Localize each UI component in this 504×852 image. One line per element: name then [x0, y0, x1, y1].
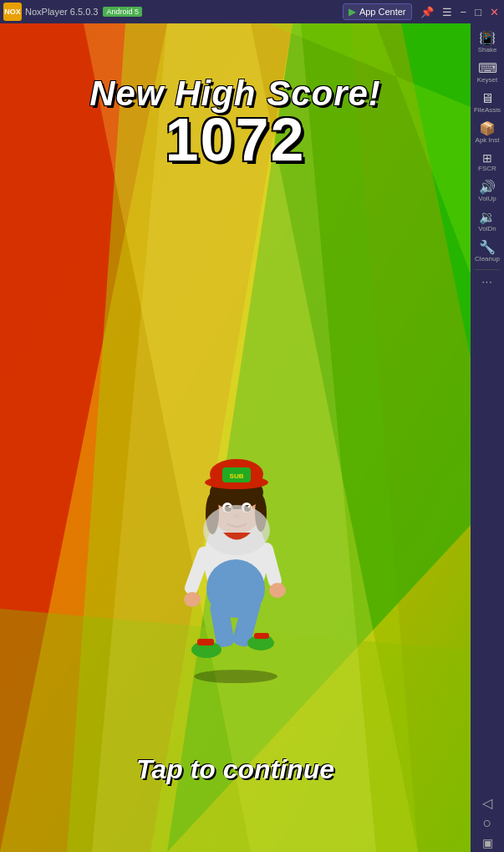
svg-rect-20 [254, 633, 269, 639]
voldn-button[interactable]: 🔉 VolDn [471, 207, 503, 236]
svg-rect-16 [197, 639, 214, 645]
voldn-label: VolDn [478, 225, 496, 232]
fscr-button[interactable]: ⊞ FSCR [471, 149, 503, 176]
app-center-label: App Center [359, 7, 406, 17]
fileassist-icon: 🖥 [481, 92, 494, 105]
titlebar: NOX NoxPlayer 6.5.0.3 Android 5 ▶ App Ce… [0, 0, 504, 23]
voldn-icon: 🔉 [479, 211, 496, 224]
game-character: SUB [160, 384, 311, 685]
apkinst-label: Apk Inst [476, 136, 500, 144]
volup-icon: 🔊 [479, 181, 496, 194]
svg-point-22 [184, 592, 201, 607]
apkinst-button[interactable]: 📦 Apk Inst [471, 119, 503, 147]
keyset-label: Keyset [477, 76, 497, 84]
app-name: NoxPlayer 6.5.0.3 [25, 7, 98, 17]
cleanup-label: Cleanup [475, 255, 500, 263]
close-button[interactable]: ✕ [488, 6, 501, 18]
tap-continue-area[interactable]: Tap to continue [0, 754, 471, 785]
keyset-button[interactable]: ⌨ Keyset [471, 59, 503, 87]
menu-button[interactable]: ☰ [440, 6, 454, 18]
recents-button[interactable]: ▣ [476, 834, 499, 852]
svg-point-41 [203, 505, 270, 555]
window-controls: 📌 ☰ − □ ✕ [419, 6, 501, 18]
svg-point-10 [194, 670, 277, 683]
game-area[interactable]: New High Score! 1072 [0, 23, 471, 852]
shake-button[interactable]: 📳 Shake [471, 28, 503, 57]
cleanup-icon: 🔧 [479, 241, 496, 254]
fscr-label: FSCR [478, 165, 496, 172]
fileassist-button[interactable]: 🖥 FileAssis [471, 89, 503, 117]
home-icon: ○ [483, 814, 492, 832]
score-area: New High Score! 1072 [0, 74, 471, 170]
more-button[interactable]: ··· [471, 273, 503, 290]
sidebar-divider [475, 269, 500, 270]
apkinst-icon: 📦 [479, 122, 496, 135]
more-icon: ··· [481, 277, 492, 287]
home-button[interactable]: ○ [476, 814, 499, 832]
tap-continue-text: Tap to continue [0, 754, 471, 785]
cleanup-button[interactable]: 🔧 Cleanup [471, 237, 503, 266]
svg-point-24 [269, 583, 286, 598]
nox-logo: NOX [3, 3, 22, 21]
fileassist-label: FileAssis [474, 106, 501, 114]
pin-button[interactable]: 📌 [419, 6, 435, 18]
maximize-button[interactable]: □ [473, 6, 483, 18]
main-layout: New High Score! 1072 [0, 23, 504, 852]
fscr-icon: ⊞ [482, 152, 492, 164]
shake-label: Shake [478, 46, 497, 54]
volup-label: VolUp [478, 195, 496, 202]
sidebar: 📳 Shake ⌨ Keyset 🖥 FileAssis 📦 Apk Inst … [471, 23, 504, 852]
volup-button[interactable]: 🔊 VolUp [471, 177, 503, 206]
app-center-button[interactable]: ▶ App Center [343, 3, 412, 20]
back-icon: ◁ [482, 795, 492, 811]
play-icon: ▶ [349, 6, 356, 18]
android-badge: Android 5 [103, 7, 142, 17]
shake-icon: 📳 [479, 32, 496, 45]
svg-text:SUB: SUB [229, 472, 243, 480]
recents-icon: ▣ [482, 836, 493, 849]
score-number: 1072 [0, 110, 471, 170]
back-button[interactable]: ◁ [476, 793, 499, 812]
keyset-icon: ⌨ [478, 62, 497, 75]
minimize-button[interactable]: − [459, 6, 469, 18]
